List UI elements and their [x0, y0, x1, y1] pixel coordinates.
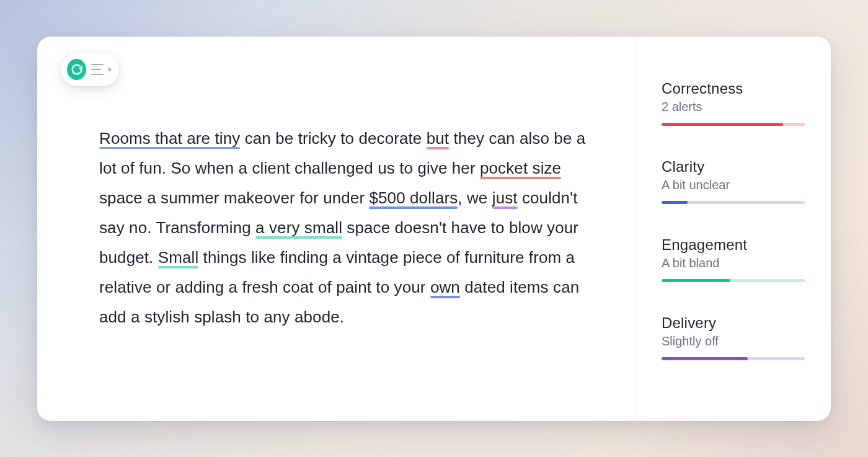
underlined-span-blue[interactable]: own	[430, 278, 460, 296]
underlined-span-blue[interactable]: $500 dollars	[369, 189, 458, 207]
editor-area[interactable]: Rooms that are tiny can be tricky to dec…	[37, 37, 635, 421]
metric-subtitle: 2 alerts	[662, 100, 805, 114]
outline-icon	[91, 64, 104, 75]
metric-bar	[662, 201, 805, 204]
metric-bar	[662, 279, 805, 282]
underlined-span-pink[interactable]: but	[427, 129, 449, 148]
underlined-span-red[interactable]: pocket size	[480, 159, 561, 177]
editor-card: Rooms that are tiny can be tricky to dec…	[37, 37, 831, 421]
grammarly-logo-icon	[67, 59, 86, 80]
underlined-span-blue-thin[interactable]: Rooms that are tiny	[99, 129, 240, 148]
metric-subtitle: A bit bland	[662, 256, 805, 270]
metric-title: Delivery	[662, 314, 805, 332]
metric-title: Clarity	[662, 158, 805, 175]
grammarly-widget[interactable]	[61, 53, 119, 86]
metric-bar	[662, 123, 805, 126]
metric-title: Engagement	[662, 236, 805, 254]
underlined-span-teal[interactable]: Small	[158, 248, 199, 267]
assistant-sidebar: Correctness2 alertsClarityA bit unclearE…	[636, 37, 831, 421]
metric-correctness[interactable]: Correctness2 alerts	[662, 80, 805, 126]
metric-subtitle: A bit unclear	[662, 178, 805, 192]
metric-bar	[662, 357, 805, 360]
document-body[interactable]: Rooms that are tiny can be tricky to dec…	[99, 123, 595, 332]
metric-clarity[interactable]: ClarityA bit unclear	[662, 158, 805, 204]
underlined-span-teal[interactable]: a very small	[255, 218, 342, 237]
metric-engagement[interactable]: EngagementA bit bland	[662, 236, 805, 282]
metric-title: Correctness	[662, 80, 805, 97]
metric-delivery[interactable]: DeliverySlightly off	[662, 314, 805, 360]
metric-subtitle: Slightly off	[662, 334, 805, 348]
underlined-span-purple[interactable]: just	[492, 189, 518, 207]
expand-caret-icon	[108, 67, 112, 72]
